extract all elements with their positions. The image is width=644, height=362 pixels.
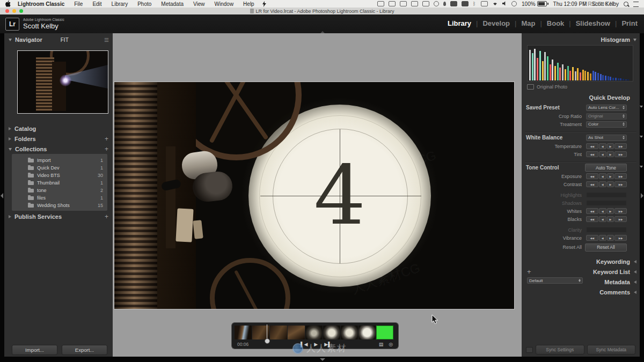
metadata-panel-header[interactable]: Metadata xyxy=(522,278,640,286)
collections-panel-header[interactable]: Collections + xyxy=(4,145,113,153)
tint-decrease-large-button[interactable]: ◀◀ xyxy=(586,151,598,157)
video-frame-4[interactable] xyxy=(288,326,305,339)
navigator-zoom-fit[interactable]: FIT xyxy=(61,37,69,43)
keyword-list-panel-header[interactable]: Keyword List xyxy=(522,268,640,276)
saved-preset-dropdown[interactable]: Auto Lens Cor... xyxy=(586,105,627,111)
auto-tone-button[interactable]: Auto Tone xyxy=(585,164,627,172)
photoshop-icon[interactable] xyxy=(400,1,407,6)
wifi-icon[interactable] xyxy=(492,1,498,7)
video-frame-1[interactable] xyxy=(235,326,252,339)
contrast-increase-small-button[interactable]: ▶ xyxy=(607,181,614,187)
keywording-panel-header[interactable]: Keywording xyxy=(522,257,640,266)
airplay-icon[interactable] xyxy=(481,1,488,6)
collection-item-tone[interactable]: tone2 xyxy=(12,187,107,194)
module-print[interactable]: Print xyxy=(621,19,638,27)
menu-file[interactable]: File xyxy=(69,1,87,7)
folders-panel-header[interactable]: Folders + xyxy=(4,135,113,143)
right-panel-collapse-arrow[interactable] xyxy=(641,193,643,198)
vibrance-decrease-small-button[interactable]: ◀ xyxy=(599,235,606,241)
minimize-window-button[interactable] xyxy=(12,9,16,13)
video-frame-7[interactable] xyxy=(341,326,358,339)
sync-metadata-button[interactable]: Sync Metadata xyxy=(587,345,636,354)
contrast-decrease-small-button[interactable]: ◀ xyxy=(599,181,606,187)
navigator-preview-thumbnail[interactable] xyxy=(17,50,108,114)
tint-increase-large-button[interactable]: ▶▶ xyxy=(614,151,627,157)
dark-app-1-icon[interactable] xyxy=(450,1,457,6)
blacks-decrease-small-button[interactable]: ◀ xyxy=(599,216,606,222)
disclosure-triangle-icon[interactable] xyxy=(640,136,643,138)
quick-develop-panel-header[interactable]: Quick Develop xyxy=(522,93,640,102)
blacks-increase-large-button[interactable]: ▶▶ xyxy=(614,216,627,222)
histogram-panel-header[interactable]: Histogram xyxy=(522,35,640,44)
exposure-decrease-small-button[interactable]: ◀ xyxy=(599,173,606,179)
collection-item-files[interactable]: files1 xyxy=(12,194,107,202)
module-develop[interactable]: Develop xyxy=(482,19,510,27)
bluetooth-icon[interactable]: ᛒ xyxy=(473,2,477,6)
contrast-decrease-large-button[interactable]: ◀◀ xyxy=(586,181,598,187)
video-frame-9[interactable] xyxy=(376,326,393,339)
add-folder-button[interactable]: + xyxy=(105,135,108,143)
histogram[interactable] xyxy=(527,45,633,82)
tint-decrease-small-button[interactable]: ◀ xyxy=(599,151,606,157)
whites-increase-large-button[interactable]: ▶▶ xyxy=(614,208,627,214)
display-icon[interactable] xyxy=(377,1,384,6)
spotlight-search-icon[interactable] xyxy=(624,2,628,6)
zoom-window-button[interactable] xyxy=(19,9,23,13)
panel-menu-icon[interactable]: ☰ xyxy=(104,37,108,43)
whites-decrease-small-button[interactable]: ◀ xyxy=(599,208,606,214)
comments-panel-header[interactable]: Comments xyxy=(522,288,640,297)
video-icon[interactable] xyxy=(411,1,418,6)
contrast-increase-large-button[interactable]: ▶▶ xyxy=(614,181,627,187)
vibrance-increase-small-button[interactable]: ▶ xyxy=(607,235,614,241)
menu-clock[interactable]: Thu 12:09 PM xyxy=(553,1,587,7)
left-panel-collapse-arrow[interactable] xyxy=(1,193,3,198)
disclosure-triangle-icon[interactable] xyxy=(640,106,643,108)
module-slideshow[interactable]: Slideshow xyxy=(576,19,610,27)
module-library[interactable]: Library xyxy=(448,19,471,27)
menu-edit[interactable]: Edit xyxy=(87,1,106,7)
treatment-dropdown[interactable]: Color xyxy=(586,121,627,128)
dark-app-2-icon[interactable] xyxy=(462,1,469,6)
window-icon[interactable] xyxy=(422,1,429,6)
control-center-icon[interactable] xyxy=(633,2,639,7)
whites-increase-small-button[interactable]: ▶ xyxy=(607,208,614,214)
module-book[interactable]: Book xyxy=(547,19,565,27)
menu-view[interactable]: View xyxy=(188,1,210,7)
catalog-panel-header[interactable]: Catalog xyxy=(4,124,113,133)
apple-icon[interactable] xyxy=(5,1,11,7)
menu-lightroom-classic[interactable]: Lightroom Classic xyxy=(13,1,69,7)
whites-decrease-large-button[interactable]: ◀◀ xyxy=(586,208,598,214)
vibrance-decrease-large-button[interactable]: ◀◀ xyxy=(586,235,598,241)
collection-item-wedding-shots[interactable]: Wedding Shots15 xyxy=(12,202,107,209)
menu-window[interactable]: Window xyxy=(210,1,239,7)
exposure-increase-large-button[interactable]: ▶▶ xyxy=(614,173,627,179)
filmstrip-collapse-arrow[interactable] xyxy=(320,358,325,361)
reset-all-button[interactable]: Reset All xyxy=(585,243,627,252)
video-frame-5[interactable] xyxy=(305,326,323,339)
menu-photo[interactable]: Photo xyxy=(133,1,156,7)
tint-increase-small-button[interactable]: ▶ xyxy=(607,151,614,157)
blacks-decrease-large-button[interactable]: ◀◀ xyxy=(586,216,598,222)
disclosure-triangle-icon[interactable] xyxy=(640,166,643,168)
white-balance-dropdown[interactable]: As Shot xyxy=(586,135,627,141)
trim-video-button[interactable]: ▤ xyxy=(379,342,384,347)
menu-help[interactable]: Help xyxy=(238,1,259,7)
identity-plate[interactable]: Lr Adobe Lightroom Classic Scott Kelby xyxy=(5,18,64,31)
export-button[interactable]: Export... xyxy=(62,345,107,355)
collection-item-quick-dev[interactable]: Quick Dev1 xyxy=(12,164,107,172)
video-frame-6[interactable] xyxy=(323,326,340,339)
module-map[interactable]: Map xyxy=(521,19,535,27)
collection-item-thumbnail[interactable]: Thumbnail1 xyxy=(12,179,107,187)
temperature-decrease-large-button[interactable]: ◀◀ xyxy=(586,143,598,149)
video-frame-3[interactable] xyxy=(270,326,287,339)
close-window-button[interactable] xyxy=(5,9,9,13)
battery-indicator[interactable]: 100% xyxy=(522,1,548,7)
blacks-increase-small-button[interactable]: ▶ xyxy=(607,216,614,222)
crop-ratio-dropdown[interactable]: Original xyxy=(586,113,627,120)
menu-metadata[interactable]: Metadata xyxy=(156,1,188,7)
exposure-decrease-large-button[interactable]: ◀◀ xyxy=(586,173,598,179)
frame-options-button[interactable]: ◎ xyxy=(389,342,393,347)
dropbox-icon[interactable] xyxy=(389,1,396,6)
volume-icon[interactable] xyxy=(502,1,507,7)
navigator-header[interactable]: Navigator FIT ☰ xyxy=(4,35,113,44)
